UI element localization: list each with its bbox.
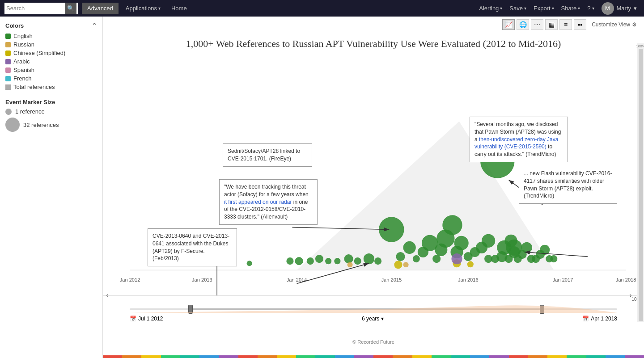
color-bar-segment — [451, 355, 470, 358]
svg-point-58 — [467, 261, 474, 267]
svg-point-33 — [454, 236, 468, 250]
color-bar-segment — [470, 355, 489, 358]
alerting-menu[interactable]: Alerting — [476, 5, 505, 12]
svg-point-61 — [403, 262, 409, 267]
geo-view-button[interactable]: 🌐 — [517, 19, 529, 30]
color-bar-segment — [219, 355, 238, 358]
customize-view-button[interactable]: Customize View ⚙ — [592, 21, 637, 28]
duration-dropdown-icon: ▾ — [381, 316, 384, 322]
end-date-label: Apr 1 2018 — [591, 316, 617, 322]
svg-text:Jan 2017: Jan 2017 — [553, 277, 573, 282]
french-color-dot — [5, 76, 11, 81]
legend-items: English Russian Chinese (Simplified) Ara… — [5, 32, 97, 91]
annotation-flash-cve-text: ... new Flash vulnerability CVE-2016-411… — [524, 170, 612, 199]
scrollbar-thumb[interactable] — [639, 49, 643, 321]
svg-point-15 — [315, 255, 323, 263]
annotation-sofacy: "We have been tracking this threat actor… — [219, 179, 318, 225]
svg-point-54 — [550, 255, 557, 262]
svg-point-59 — [451, 253, 462, 264]
range-selector[interactable] — [130, 305, 617, 314]
home-link[interactable]: Home — [168, 5, 191, 12]
color-bar-segment — [354, 355, 373, 358]
arabic-label: Arabic — [13, 58, 30, 65]
color-bar-segment — [528, 355, 547, 358]
arabic-color-dot — [5, 59, 11, 64]
customize-view-label: Customize View — [592, 21, 630, 28]
color-bar-segment — [393, 355, 412, 358]
svg-point-25 — [413, 255, 420, 262]
colors-legend-title: Colors ⌃ — [5, 22, 97, 29]
applications-menu[interactable]: Applications — [122, 5, 164, 12]
legend-item-spanish[interactable]: Spanish — [5, 66, 97, 74]
legend-item-russian[interactable]: Russian — [5, 40, 97, 49]
annotation-sofacy-text: "We have been tracking this threat actor… — [224, 184, 309, 220]
annotation-cve-2013-text: CVE-2013-0640 and CVE-2013-0641 associat… — [153, 233, 229, 261]
timeline-container: 100% 📅 Jul 1 2012 6 — [103, 295, 644, 322]
end-date-marker[interactable]: 📅 Apr 1 2018 — [582, 316, 617, 322]
color-bar-segment — [122, 355, 141, 358]
table-view-button[interactable]: ▦ — [545, 19, 558, 30]
color-bar-segment — [180, 355, 199, 358]
view-toolbar: 📈 🌐 ⋯ ▦ ≡ ▪▪ Customize View ⚙ — [103, 17, 644, 30]
svg-point-12 — [286, 257, 293, 265]
marker-size-large: 32 references — [5, 118, 97, 132]
chart-title: 1,000+ Web References to Russian APT Vul… — [103, 30, 644, 54]
legend-item-total[interactable]: Total references — [5, 83, 97, 91]
scroll-right-button[interactable]: › — [626, 286, 635, 304]
search-button[interactable]: 🔍 — [65, 3, 76, 14]
svg-point-13 — [295, 257, 303, 265]
timeline-view-button[interactable]: 📈 — [502, 19, 515, 30]
marker-size-small: 1 reference — [5, 108, 97, 115]
color-bar-segment — [335, 355, 354, 358]
legend-divider — [5, 95, 97, 95]
legend-item-english[interactable]: English — [5, 32, 97, 40]
scroll-left-button[interactable]: ‹ — [103, 286, 112, 304]
card-view-button[interactable]: ▪▪ — [574, 19, 586, 30]
annotation-cve-2013: CVE-2013-0640 and CVE-2013-0641 associat… — [148, 228, 237, 266]
color-bar-segment — [315, 355, 335, 358]
legend-item-chinese[interactable]: Chinese (Simplified) — [5, 49, 97, 57]
small-marker-label: 1 reference — [15, 108, 45, 115]
save-menu[interactable]: Save — [507, 5, 529, 12]
russian-color-dot — [5, 42, 11, 47]
search-input[interactable] — [4, 3, 65, 14]
svg-point-16 — [325, 258, 331, 264]
svg-point-20 — [364, 253, 374, 264]
legend-item-french[interactable]: French — [5, 74, 97, 83]
svg-point-18 — [344, 254, 353, 263]
share-menu[interactable]: Share — [559, 5, 583, 12]
main-content: Colors ⌃ English Russian Chinese (Simpli… — [0, 17, 644, 358]
svg-point-31 — [442, 215, 462, 235]
list-view-button[interactable]: ≡ — [559, 19, 572, 30]
color-bar-segment — [432, 355, 451, 358]
spanish-color-dot — [5, 67, 11, 73]
end-cal-icon: 📅 — [582, 316, 589, 322]
english-color-dot — [5, 34, 11, 39]
advanced-button[interactable]: Advanced — [82, 3, 119, 14]
legend-item-arabic[interactable]: Arabic — [5, 57, 97, 66]
annotation-sednit-text: Sednit/Sofacy/APT28 linked to CVE-2015-1… — [228, 148, 300, 162]
color-bar-segment — [238, 355, 258, 358]
color-bar-segment — [258, 355, 277, 358]
svg-point-38 — [482, 234, 495, 248]
annotation-pawn-storm-text: "Several months ago, we disclosed that P… — [475, 121, 561, 157]
search-box: 🔍 — [4, 3, 78, 14]
network-view-button[interactable]: ⋯ — [531, 19, 543, 30]
svg-text:Jan 2013: Jan 2013 — [192, 277, 212, 282]
duration-selector[interactable]: 6 years ▾ — [163, 316, 582, 322]
color-bar-segment — [373, 355, 393, 358]
start-date-marker[interactable]: 📅 Jul 1 2012 — [130, 316, 163, 322]
copyright: © Recorded Future — [103, 339, 644, 345]
total-color-dot — [5, 84, 11, 90]
svg-text:Jan 2015: Jan 2015 — [381, 277, 402, 282]
timeline-controls: 📅 Jul 1 2012 6 years ▾ 📅 Apr 1 2018 — [103, 314, 644, 324]
export-menu[interactable]: Export — [531, 5, 557, 12]
user-menu[interactable]: M Marty ▾ — [599, 2, 640, 15]
marker-size-section: Event Marker Size 1 reference 32 referen… — [5, 99, 97, 132]
color-bar-segment — [412, 355, 432, 358]
color-bar-segment — [625, 355, 644, 358]
legend-toggle[interactable]: ⌃ — [92, 22, 97, 29]
svg-point-60 — [347, 262, 353, 267]
help-menu[interactable]: ? — [585, 5, 597, 12]
color-bar-segment — [141, 355, 161, 358]
